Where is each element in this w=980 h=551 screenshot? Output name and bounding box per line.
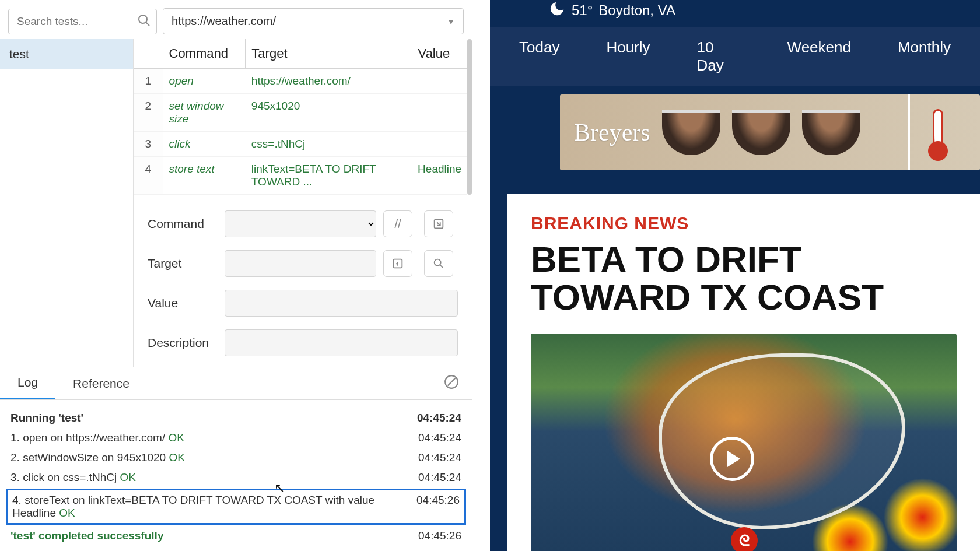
nav-item-monthly[interactable]: Monthly [898, 38, 951, 75]
nav-item-10-day[interactable]: 10 Day [697, 38, 741, 75]
forecast-cone-icon [659, 353, 905, 529]
row-value [412, 69, 467, 94]
select-target-button[interactable] [383, 250, 412, 277]
command-row[interactable]: 2set window size945x1020 [134, 94, 467, 132]
search-tests-input[interactable] [8, 9, 157, 34]
row-target: linkText=BETA TO DRIFT TOWARD ... [246, 157, 412, 195]
thermometer-icon [933, 109, 943, 156]
label-description: Description [148, 336, 218, 350]
description-input[interactable] [225, 329, 458, 356]
row-number: 4 [134, 157, 163, 195]
svg-line-7 [448, 378, 456, 386]
current-location[interactable]: Boydton, VA [598, 2, 676, 19]
tab-reference[interactable]: Reference [55, 368, 147, 399]
svg-line-5 [440, 265, 443, 268]
log-line[interactable]: 1. open on https://weather.com/ OK04:45:… [10, 428, 461, 448]
col-command: Command [163, 39, 246, 69]
search-tests-wrap [8, 9, 157, 34]
value-input[interactable] [225, 290, 458, 317]
label-target: Target [148, 257, 218, 271]
ide-panel: https://weather.com/ ▼ test Command Targ… [0, 0, 473, 551]
base-url-value: https://weather.com/ [172, 15, 276, 27]
svg-line-1 [146, 22, 150, 26]
scrollbar[interactable] [467, 39, 472, 195]
label-value: Value [148, 296, 218, 310]
play-icon[interactable] [710, 437, 754, 481]
command-row[interactable]: 3clickcss=.tNhCj [134, 132, 467, 157]
col-target: Target [246, 39, 412, 69]
ad-brand: Breyers [574, 118, 650, 146]
command-select[interactable] [225, 210, 376, 237]
find-target-button[interactable] [424, 250, 453, 277]
svg-point-4 [435, 259, 441, 266]
row-number: 3 [134, 132, 163, 157]
news-video[interactable]: ᘓ [531, 334, 957, 551]
ad-thermometer [908, 94, 966, 170]
log-body: Running 'test' 04:45:24 1. open on https… [0, 400, 472, 551]
clear-log-icon[interactable] [444, 374, 459, 392]
log-running-ts: 04:45:24 [411, 412, 461, 424]
nav-item-weekend[interactable]: Weekend [788, 38, 851, 75]
command-row[interactable]: 4store textlinkText=BETA TO DRIFT TOWARD… [134, 157, 467, 195]
open-reference-button[interactable] [424, 210, 453, 237]
toggle-comment-button[interactable]: // [383, 210, 412, 237]
log-line[interactable]: 3. click on css=.tNhCj OK04:45:24 [10, 468, 461, 487]
weather-nav: TodayHourly10 DayWeekendMonthly [490, 27, 980, 86]
command-area: Command Target Value 1openhttps://weathe… [134, 39, 472, 367]
row-value [412, 94, 467, 132]
nav-item-today[interactable]: Today [519, 38, 559, 75]
tropical-storm-icon: ᘓ [731, 527, 758, 551]
row-command: set window size [163, 94, 246, 132]
ide-top-row: https://weather.com/ ▼ [0, 0, 472, 39]
ide-middle: test Command Target Value 1openhttps://w… [0, 39, 472, 367]
chevron-down-icon: ▼ [447, 17, 455, 26]
ad-banner[interactable]: Breyers [560, 94, 980, 170]
news-card: BREAKING NEWS BETA TO DRIFT TOWARD TX CO… [508, 194, 980, 551]
log-running: Running 'test' [10, 412, 411, 424]
row-number: 1 [134, 69, 163, 94]
log-line[interactable]: 4. storeText on linkText=BETA TO DRIFT T… [6, 489, 466, 525]
row-command: open [163, 69, 246, 94]
moon-icon [548, 0, 566, 21]
location-bar: 51° Boydton, VA [490, 0, 980, 27]
browser-preview: 51° Boydton, VA TodayHourly10 DayWeekend… [473, 0, 980, 551]
row-target: css=.tNhCj [246, 132, 412, 157]
news-headline[interactable]: BETA TO DRIFT TOWARD TX COAST [531, 240, 957, 316]
row-command: store text [163, 157, 246, 195]
command-detail-form: Command // Target [134, 195, 472, 367]
search-icon [137, 13, 151, 30]
test-list-item[interactable]: test [0, 39, 133, 69]
ad-product-icon [662, 110, 720, 155]
row-number: 2 [134, 94, 163, 132]
label-command: Command [148, 217, 218, 231]
base-url-select[interactable]: https://weather.com/ ▼ [163, 8, 464, 34]
breaking-news-label: BREAKING NEWS [531, 213, 957, 233]
ad-product-icon [732, 110, 790, 155]
col-value: Value [412, 39, 467, 69]
log-line[interactable]: 2. setWindowSize on 945x1020 OK04:45:24 [10, 448, 461, 468]
test-list: test [0, 39, 134, 367]
row-target: https://weather.com/ [246, 69, 412, 94]
row-target: 945x1020 [246, 94, 412, 132]
log-tabs: Log Reference [0, 367, 472, 400]
log-complete: 'test' completed successfully [10, 529, 412, 542]
tab-log[interactable]: Log [0, 367, 55, 399]
row-command: click [163, 132, 246, 157]
log-panel: Log Reference Running 'test' 04:45:24 1.… [0, 367, 472, 551]
current-temp: 51° [572, 2, 593, 19]
target-input[interactable] [225, 250, 376, 277]
svg-point-0 [139, 15, 147, 23]
log-complete-ts: 04:45:26 [412, 529, 461, 542]
ad-product-icon [802, 110, 860, 155]
nav-item-hourly[interactable]: Hourly [606, 38, 650, 75]
weather-content: Breyers BREAKING NEWS BETA TO DRIFT TOWA… [490, 86, 980, 551]
command-table: Command Target Value 1openhttps://weathe… [134, 39, 467, 195]
command-row[interactable]: 1openhttps://weather.com/ [134, 69, 467, 94]
row-value [412, 132, 467, 157]
row-value: Headline [412, 157, 467, 195]
